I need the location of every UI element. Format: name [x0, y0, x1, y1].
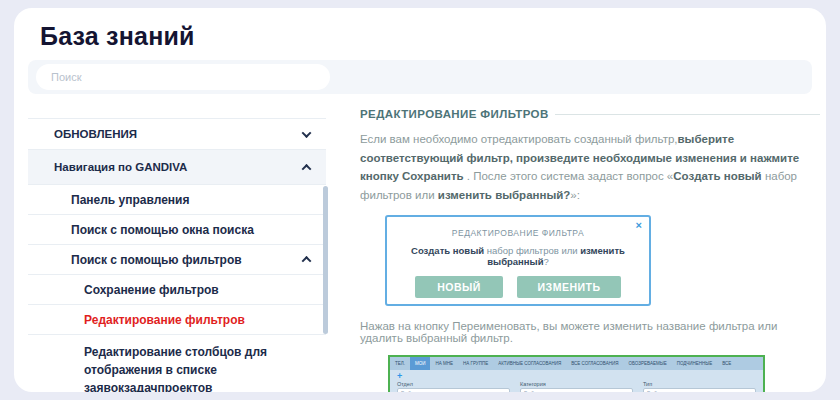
chevron-up-icon	[302, 163, 312, 173]
paragraph-text: »:	[570, 189, 580, 201]
knowledge-base-card: База знаний ОБНОВЛЕНИЯ Навигация по GAND…	[14, 8, 826, 392]
screenshot-form: + Отдел Выбрать... Категория Выбрать... …	[390, 370, 763, 393]
search-input[interactable]	[36, 64, 330, 90]
article-paragraph-1: Если вам необходимо отредактировать созд…	[360, 130, 820, 205]
sidebar-section-label: Навигация по GANDIVA	[54, 161, 187, 173]
dialog-buttons: НОВЫЙ ИЗМЕНИТЬ	[387, 276, 649, 298]
sidebar-item-label: Сохранение фильтров	[84, 283, 219, 297]
plus-icon: +	[397, 372, 756, 380]
sidebar-item-edit-columns[interactable]: Редактирование столбцов для отображения …	[28, 335, 326, 392]
sidebar-item-label: Поиск с помощью окна поиска	[71, 223, 254, 237]
change-button: ИЗМЕНИТЬ	[517, 276, 621, 298]
edit-filter-dialog-screenshot: × РЕДАКТИРОВАНИЕ ФИЛЬТРА Создать новый н…	[385, 215, 651, 306]
tab: ВСЕ	[717, 357, 736, 370]
filters-form-screenshot: ТЕЛ. МОИ НА МНЕ НА ГРУППЕ АКТИВНЫЕ СОГЛА…	[388, 355, 765, 393]
page-title: База знаний	[40, 22, 195, 51]
tab: АКТИВНЫЕ СОГЛАСОВАНИЯ	[493, 357, 566, 370]
sidebar-section-navigation-gandiva[interactable]: Навигация по GANDIVA	[28, 150, 326, 185]
dialog-question-text: ?	[544, 256, 549, 267]
dialog-question-bold: Создать новый	[411, 245, 484, 256]
form-field: Отдел Выбрать...	[397, 381, 510, 393]
sidebar-item-label-active: Редактирование фильтров	[84, 313, 245, 327]
tab-selected: МОИ	[410, 357, 430, 370]
dialog-title: РЕДАКТИРОВАНИЕ ФИЛЬТРА	[387, 228, 649, 238]
chevron-up-icon	[302, 256, 312, 266]
sidebar-item-save-filters[interactable]: Сохранение фильтров	[28, 275, 326, 305]
tab: НА ГРУППЕ	[458, 357, 493, 370]
dialog-question: Создать новый набор фильтров или изменит…	[387, 245, 649, 267]
field-label: Категория	[520, 381, 633, 387]
screenshot-tabbar: ТЕЛ. МОИ НА МНЕ НА ГРУППЕ АКТИВНЫЕ СОГЛА…	[390, 357, 763, 370]
article-heading-row: РЕДАКТИРОВАНИЕ ФИЛЬТРОВ	[360, 108, 820, 120]
dialog-question-text: набор фильтров или	[484, 245, 580, 256]
form-field: Категория Выбрать...	[520, 381, 633, 393]
chevron-down-icon	[302, 128, 312, 138]
sidebar-item-label: Панель управления	[71, 193, 189, 207]
field-input: Выбрать...	[520, 388, 633, 393]
tab: ОБОЗРЕВАЕМЫЕ	[623, 357, 671, 370]
field-label: Тип	[643, 381, 756, 387]
field-input: Выбрать...	[397, 388, 510, 393]
sidebar-item-label: Редактирование столбцов для отображения …	[84, 343, 310, 392]
sidebar-item-control-panel[interactable]: Панель управления	[28, 185, 326, 215]
paragraph-text: . После этого система задаст вопрос «	[464, 170, 674, 182]
form-row-1: Отдел Выбрать... Категория Выбрать... Ти…	[397, 381, 756, 393]
tab: ТЕЛ.	[390, 357, 410, 370]
heading-divider	[555, 114, 820, 115]
search-bar-container	[28, 60, 812, 94]
field-label: Отдел	[397, 381, 510, 387]
article-heading: РЕДАКТИРОВАНИЕ ФИЛЬТРОВ	[360, 108, 549, 120]
sidebar-item-edit-filters-active[interactable]: Редактирование фильтров	[28, 305, 326, 335]
sidebar-scrollbar-thumb[interactable]	[323, 186, 328, 334]
article-paragraph-2: Нажав на кнопку Переименовать, вы можете…	[360, 320, 820, 344]
field-input: Выбрать...	[643, 388, 756, 393]
sidebar-item-label: Поиск с помощью фильтров	[71, 253, 242, 267]
sidebar-item-search-window[interactable]: Поиск с помощью окна поиска	[28, 215, 326, 245]
paragraph-bold-text: Создать новый	[673, 170, 761, 182]
close-icon: ×	[636, 219, 642, 231]
form-field: Тип Выбрать...	[643, 381, 756, 393]
article-content: РЕДАКТИРОВАНИЕ ФИЛЬТРОВ Если вам необход…	[360, 108, 820, 392]
sidebar-section-updates[interactable]: ОБНОВЛЕНИЯ	[28, 118, 326, 150]
tab: ПОДЧИНЕННЫЕ	[672, 357, 718, 370]
paragraph-text: Если вам необходимо отредактировать созд…	[360, 133, 678, 145]
tab: НА МНЕ	[430, 357, 458, 370]
new-button: НОВЫЙ	[415, 276, 503, 298]
sidebar-item-search-filters[interactable]: Поиск с помощью фильтров	[28, 245, 326, 275]
sidebar-section-label: ОБНОВЛЕНИЯ	[54, 128, 137, 140]
paragraph-bold-text: изменить выбранный?	[438, 189, 571, 201]
sidebar-nav: ОБНОВЛЕНИЯ Навигация по GANDIVA Панель у…	[28, 118, 326, 392]
tab: ВСЕ СОГЛАСОВАНИЯ	[566, 357, 623, 370]
